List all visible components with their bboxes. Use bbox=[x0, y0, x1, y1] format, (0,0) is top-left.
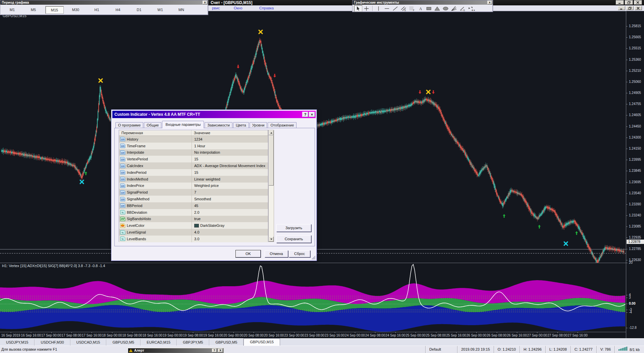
symbol-tab-gbpusd-m15[interactable]: GBPUSD,M15 bbox=[244, 338, 280, 346]
cursor-tool[interactable] bbox=[354, 5, 362, 12]
tools-toolbar-window[interactable]: Графические инструменты x EFAG▼ bbox=[352, 0, 493, 12]
period-button-m15[interactable]: M15 bbox=[45, 6, 64, 14]
period-toolbar-titlebar[interactable]: Период графика x bbox=[0, 0, 208, 5]
symbol-tab-usdcad-m15[interactable]: USDCAD,M15 bbox=[70, 339, 107, 346]
scroll-down-icon[interactable] bbox=[269, 237, 274, 242]
param-row-SigBandsHisto[interactable]: SigBandsHistotrue bbox=[119, 216, 268, 222]
param-row-Interpolate[interactable]: 123InterpolateNo interpolation bbox=[119, 149, 268, 156]
equidistant-channel-tool[interactable]: E bbox=[399, 5, 408, 12]
menu-item-2[interactable]: Справка bbox=[259, 6, 274, 10]
menu-item-1[interactable]: Окно bbox=[234, 6, 243, 10]
ok-button[interactable]: OK bbox=[236, 250, 261, 257]
period-button-d1[interactable]: D1 bbox=[130, 6, 148, 14]
chart-window-controls bbox=[618, 6, 642, 10]
param-row-LevelBands[interactable]: ½LevelBands3.0 bbox=[119, 236, 268, 242]
param-row-TimeFrame[interactable]: 123TimeFrame1 Hour bbox=[119, 143, 268, 149]
fibonacci-retracement-tool[interactable]: F bbox=[408, 5, 416, 12]
column-header-variable[interactable]: Переменная bbox=[119, 130, 192, 136]
restore-button[interactable] bbox=[625, 0, 633, 5]
param-row-LevelColor[interactable]: LevelColorDarkSlateGray bbox=[119, 222, 268, 229]
column-header-value[interactable]: Значение bbox=[192, 130, 268, 136]
param-row-SignalMethod[interactable]: 123SignalMethodSmoothed bbox=[119, 196, 268, 202]
scrollbar-thumb[interactable] bbox=[269, 135, 274, 186]
param-row-BBPeriod[interactable]: 123BBPeriod45 bbox=[119, 202, 268, 209]
arrows-tool[interactable]: ▼ bbox=[467, 5, 475, 12]
indicator-properties-dialog[interactable]: Custom Indicator - Vertex 4.8 AA MTF CR+… bbox=[111, 109, 317, 261]
cancel-button[interactable]: Отмена bbox=[265, 250, 288, 257]
price-axis[interactable]: 1.22878 1.258151.256651.255151.253601.25… bbox=[626, 11, 644, 338]
symbol-tab-usdchf-m30[interactable]: USDCHF,M30 bbox=[35, 339, 70, 346]
symbol-tab-usdjpy-m15[interactable]: USDJPY,M15 bbox=[0, 339, 35, 346]
param-row-IndexPrice[interactable]: 123IndexPriceWeighted price bbox=[119, 183, 268, 189]
dialog-tab-3[interactable]: Зависимости bbox=[205, 122, 232, 128]
param-row-BBDeviation[interactable]: ½BBDeviation2.0 bbox=[119, 209, 268, 216]
alert-close-button[interactable]: X bbox=[218, 349, 223, 352]
time-tick bbox=[11, 332, 11, 333]
dialog-tab-2[interactable]: Входные параметры bbox=[162, 121, 204, 128]
status-profile[interactable]: Default bbox=[425, 346, 457, 353]
param-row-CalcIndex[interactable]: 123CalcIndexADX - Average Directional Mo… bbox=[119, 162, 268, 169]
dialog-tab-4[interactable]: Цвета bbox=[233, 122, 249, 128]
chart-close-button[interactable] bbox=[635, 6, 642, 10]
horizontal-line-tool[interactable] bbox=[383, 5, 391, 12]
dialog-tab-0[interactable]: О программе bbox=[115, 122, 143, 128]
time-axis: 16 Sep 201916 Sep 16:0017 Sep 00:0017 Se… bbox=[0, 332, 626, 339]
dialog-tab-6[interactable]: Отображение bbox=[268, 122, 297, 128]
period-button-mn[interactable]: MN bbox=[172, 6, 191, 14]
reset-button[interactable]: Сброс bbox=[289, 250, 310, 257]
triangle-tool[interactable] bbox=[433, 5, 441, 12]
time-tick bbox=[233, 332, 234, 333]
tools-toolbar-close-icon[interactable]: x bbox=[487, 1, 492, 4]
vertical-line-tool[interactable] bbox=[374, 5, 383, 12]
period-toolbar-window[interactable]: Период графика x M1M5M15M30H1H4D1W1MN bbox=[0, 0, 208, 15]
trendline-tool[interactable] bbox=[391, 5, 399, 12]
symbol-tab-gbpusd-m5[interactable]: GBPUSD,M5 bbox=[106, 339, 141, 346]
period-button-w1[interactable]: W1 bbox=[151, 6, 169, 14]
save-button[interactable]: Сохранить bbox=[276, 235, 311, 243]
trend-angle-tool[interactable]: G bbox=[458, 5, 467, 12]
price-tick bbox=[626, 48, 628, 49]
crosshair-tool[interactable] bbox=[362, 5, 371, 12]
fibonacci-fan-tool[interactable] bbox=[450, 5, 458, 12]
param-row-IndexPeriod[interactable]: 123IndexPeriod15 bbox=[119, 169, 268, 176]
menu-item-0[interactable]: рвис bbox=[212, 6, 220, 10]
time-tick bbox=[193, 332, 193, 333]
period-button-m5[interactable]: M5 bbox=[24, 6, 43, 14]
resize-grip[interactable] bbox=[312, 256, 316, 260]
price-label: 1.25210 bbox=[629, 69, 641, 72]
alert-popup[interactable]: Алерт ? X bbox=[127, 348, 224, 353]
dialog-help-button[interactable]: ? bbox=[302, 112, 308, 117]
alert-titlebar[interactable]: Алерт ? X bbox=[128, 348, 223, 353]
scroll-up-icon[interactable] bbox=[269, 130, 274, 135]
period-button-m1[interactable]: M1 bbox=[3, 6, 21, 14]
tools-toolbar-titlebar[interactable]: Графические инструменты x bbox=[353, 0, 493, 5]
param-name: CalcIndex bbox=[127, 164, 192, 168]
rectangle-tool[interactable] bbox=[425, 5, 433, 12]
time-tick bbox=[51, 332, 52, 333]
chart-restore-button[interactable] bbox=[626, 6, 634, 10]
period-button-m30[interactable]: M30 bbox=[66, 6, 85, 14]
period-button-h1[interactable]: H1 bbox=[88, 6, 106, 14]
dialog-titlebar[interactable]: Custom Indicator - Vertex 4.8 AA MTF CR+… bbox=[112, 111, 316, 118]
param-row-VertexPeriod[interactable]: 123VertexPeriod15 bbox=[119, 156, 268, 162]
symbol-tab-eurcad-m15[interactable]: EURCAD,M15 bbox=[141, 339, 177, 346]
period-button-h4[interactable]: H4 bbox=[109, 6, 127, 14]
minimize-button[interactable] bbox=[616, 0, 624, 5]
load-button[interactable]: Загрузить bbox=[276, 224, 311, 232]
param-row-SignalPeriod[interactable]: 123SignalPeriod7 bbox=[119, 189, 268, 196]
close-button[interactable] bbox=[634, 0, 642, 5]
param-row-LevelSignal[interactable]: ½LevelSignal4.0 bbox=[119, 229, 268, 236]
dialog-tab-5[interactable]: Уровни bbox=[250, 122, 267, 128]
period-toolbar-close-icon[interactable]: x bbox=[203, 1, 207, 4]
ellipse-tool[interactable] bbox=[441, 5, 450, 12]
param-row-IndexMethod[interactable]: 123IndexMethodLinear weighted bbox=[119, 176, 268, 183]
symbol-tab-gbpjpy-m5[interactable]: GBPJPY,M5 bbox=[177, 339, 209, 346]
param-row-History[interactable]: 123History1234 bbox=[119, 136, 268, 143]
param-table-scrollbar[interactable] bbox=[268, 130, 274, 242]
dialog-close-button[interactable]: × bbox=[309, 112, 315, 117]
text-tool[interactable]: A bbox=[416, 5, 425, 12]
chart-minimize-button[interactable] bbox=[618, 6, 625, 10]
dialog-tab-1[interactable]: Общие bbox=[144, 122, 161, 128]
symbol-tab-gbpusd-m5[interactable]: GBPUSD,M5 bbox=[209, 339, 244, 346]
alert-help-button[interactable]: ? bbox=[212, 349, 217, 352]
